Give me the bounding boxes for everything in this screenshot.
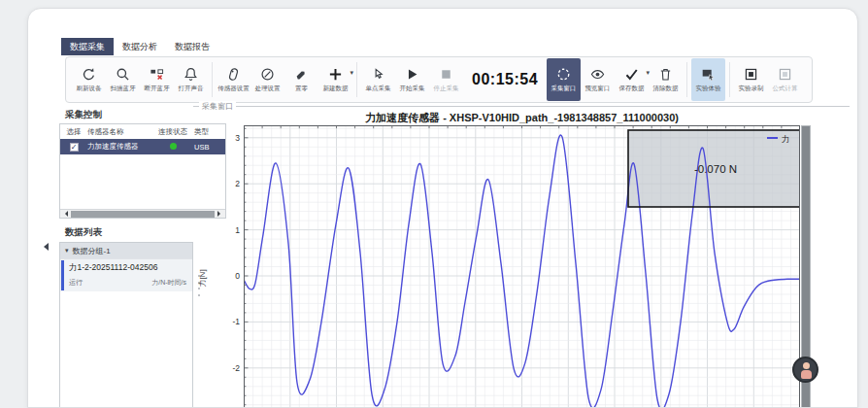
toolbar-button-label: 停止采集: [434, 85, 459, 93]
data-group-row[interactable]: ▾ 数据分组-1: [60, 243, 192, 258]
chart-title: 力加速度传感器 - XHSP-V10HID_path_-1981348857_1…: [244, 111, 800, 125]
toolbar-button-sensor[interactable]: 传感器设置: [217, 58, 250, 101]
scroll-left-arrow-icon[interactable]: [62, 211, 68, 217]
bell-icon: [184, 67, 198, 82]
y-tick-label: -1: [224, 317, 240, 326]
y-tick-label: 0: [224, 271, 240, 281]
toolbar-button-label: 采集窗口: [551, 85, 577, 93]
eraser-icon: [294, 67, 309, 82]
refresh-icon: [82, 67, 96, 82]
plus-icon: [328, 67, 343, 82]
data-list-title: 数据列表: [65, 226, 102, 239]
toolbar-button-search[interactable]: 扫描蓝牙: [106, 58, 140, 101]
toolbar-button-eraser[interactable]: 置零: [284, 58, 318, 101]
data-group-label: 数据分组-1: [73, 246, 111, 256]
col-type: 类型: [194, 127, 223, 137]
toolbar-button-label: 保存数据: [619, 85, 645, 93]
person-body-icon: [801, 370, 812, 379]
toolbar-button-point[interactable]: 单点采集: [361, 58, 395, 101]
collect-control-title: 采集控制: [65, 109, 102, 121]
data-item-axes: 力/N-时间/s: [151, 278, 186, 288]
toolbar-button-label: 刷新设备: [77, 85, 102, 93]
toolbar-button-label: 传感器设置: [217, 85, 250, 93]
toolbar-button-label: 置零: [295, 85, 308, 93]
col-select: 选择: [60, 127, 87, 137]
toolbar-button-btx[interactable]: 断开蓝牙: [140, 58, 174, 101]
toolbar-button-label: 公式计算: [773, 85, 798, 93]
toolbar-button-bell[interactable]: 打开声音: [174, 58, 208, 101]
toolbar-button-label: 开始采集: [400, 85, 425, 93]
toolbar-divider: [356, 62, 357, 97]
scroll-right-arrow-icon[interactable]: [217, 211, 223, 217]
toolbar-button-cast[interactable]: 实验体验: [691, 58, 725, 101]
btx-icon: [150, 67, 164, 82]
tab-数据报告[interactable]: 数据报告: [166, 38, 218, 55]
toolbar-button-record[interactable]: 实验录制: [734, 58, 768, 101]
toolbar-button-label: 单点采集: [366, 85, 391, 93]
toolbar-button-eye[interactable]: 预览窗口: [581, 58, 615, 101]
elapsed-timer: 00:15:54: [472, 71, 538, 88]
tab-数据采集[interactable]: 数据采集: [61, 38, 114, 55]
col-sensor-name: 传感器名称: [87, 127, 151, 137]
data-item-status: 运行: [69, 278, 83, 288]
toolbar-button-trash[interactable]: 清除数据: [649, 58, 683, 101]
dropdown-caret-icon[interactable]: ▾: [350, 69, 353, 77]
y-tick-label: 1: [224, 225, 240, 235]
connection-status-dot: [170, 143, 177, 150]
y-tick-label: 3: [224, 133, 240, 143]
sensor-icon: [226, 67, 241, 82]
compass-icon: [260, 67, 275, 82]
check-icon: [624, 67, 639, 82]
sensor-checkbox[interactable]: ✓: [70, 143, 79, 152]
toolbar-right-groups: 采集窗口预览窗口▾保存数据清除数据实验体验实验录制公式计算: [547, 57, 802, 102]
record-icon: [744, 67, 758, 82]
user-avatar-fab[interactable]: [792, 357, 818, 383]
formula-icon: [778, 67, 792, 82]
stop-icon: [439, 67, 453, 82]
sensor-type: USB: [194, 143, 223, 152]
search-icon: [116, 67, 130, 82]
data-list-item[interactable]: 力1-2-20251112-042506 运行 力/N-时间/s: [60, 258, 192, 291]
toolbar-button-play[interactable]: 开始采集: [395, 58, 429, 101]
annotation-value: -0.070 N: [694, 163, 737, 175]
toolbar-divider: [686, 62, 687, 97]
toolbar-button-formula[interactable]: 公式计算: [768, 58, 802, 101]
toolbar-button-label: 扫描蓝牙: [111, 85, 136, 93]
hscroll-thumb[interactable]: [71, 211, 215, 218]
data-list-panel: ▾ 数据分组-1 力1-2-20251112-042506 运行 力/N-时间/…: [59, 242, 193, 408]
sensor-table: 选择 传感器名称 连接状态 类型 ✓ 力加速度传感器 USB: [59, 123, 226, 219]
groupbox-label: 采集窗口: [199, 101, 236, 112]
toolbar-button-label: 断开蓝牙: [145, 85, 170, 93]
person-icon: [803, 362, 810, 369]
waveform-plot[interactable]: -0.070 N力: [244, 125, 800, 408]
toolbar-button-stop[interactable]: 停止采集: [429, 58, 463, 101]
sensor-name: 力加速度传感器: [87, 142, 151, 152]
toolbar-button-label: 处理设置: [255, 85, 281, 93]
plot-area[interactable]: -0.070 N力: [244, 125, 800, 408]
sidebar-collapse-arrow[interactable]: [40, 243, 49, 251]
groupbox-border: [193, 106, 850, 107]
dashedcircle-icon: [556, 67, 571, 82]
y-tick-label: -2: [224, 363, 240, 373]
toolbar-button-label: 打开声音: [179, 85, 204, 93]
sensor-table-row[interactable]: ✓ 力加速度传感器 USB: [60, 139, 225, 154]
play-icon: [405, 67, 419, 82]
toolbar-divider: [729, 62, 730, 97]
toolbar-button-label: 清除数据: [653, 85, 679, 93]
col-conn-status: 连接状态: [151, 127, 194, 137]
toolbar-button-check[interactable]: ▾保存数据: [615, 58, 649, 101]
sensor-table-header: 选择 传感器名称 连接状态 类型: [60, 124, 225, 139]
toolbar-button-dashedcircle[interactable]: 采集窗口: [547, 58, 581, 101]
toolbar: 刷新设备扫描蓝牙断开蓝牙打开声音传感器设置处理设置置零▾新建数据单点采集开始采集…: [65, 56, 813, 103]
tab-数据分析[interactable]: 数据分析: [114, 38, 166, 55]
sensor-table-hscrollbar[interactable]: [60, 209, 225, 218]
trash-icon: [658, 67, 673, 82]
toolbar-left-groups: 刷新设备扫描蓝牙断开蓝牙打开声音传感器设置处理设置置零▾新建数据单点采集开始采集…: [72, 57, 463, 102]
toolbar-button-refresh[interactable]: 刷新设备: [72, 58, 106, 101]
toolbar-button-plus[interactable]: ▾新建数据: [318, 58, 352, 101]
toolbar-button-compass[interactable]: 处理设置: [250, 58, 284, 101]
app-window: 数据采集数据分析数据报告 刷新设备扫描蓝牙断开蓝牙打开声音传感器设置处理设置置零…: [27, 8, 858, 408]
data-item-title: 力1-2-20251112-042506: [69, 262, 186, 274]
toolbar-button-label: 新建数据: [323, 85, 349, 93]
y-tick-label: 2: [224, 179, 240, 188]
